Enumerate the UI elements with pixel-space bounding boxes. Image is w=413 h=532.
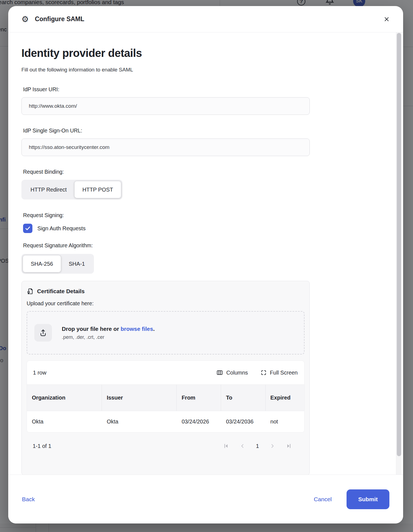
binding-option-http-redirect[interactable]: HTTP Redirect <box>23 181 74 198</box>
idp-issuer-label: IdP Issuer URI: <box>23 86 310 93</box>
table-toolbar: 1 row Columns Full Screen <box>27 361 304 384</box>
column-header-issuer[interactable]: Issuer <box>102 385 177 411</box>
close-icon[interactable] <box>383 15 390 23</box>
fullscreen-icon <box>261 370 267 376</box>
screen: earch companies, scorecards, portfolios … <box>0 0 413 532</box>
scrollbar-track[interactable] <box>396 32 401 475</box>
upload-certificate-label: Upload your certificate here: <box>27 300 305 307</box>
columns-icon <box>216 369 223 376</box>
column-header-to[interactable]: To <box>221 385 266 411</box>
certificate-details-header: Certificate Details <box>27 287 305 295</box>
dropzone-text: Drop your file here or browse files. .pe… <box>62 326 155 340</box>
current-page-number: 1 <box>256 443 259 449</box>
modal-footer: Back Cancel Submit <box>8 475 403 523</box>
cancel-link[interactable]: Cancel <box>314 496 332 503</box>
table-header-row: Organization Issuer From To Expired <box>27 384 304 411</box>
binding-option-http-post[interactable]: HTTP POST <box>74 181 121 198</box>
first-page-icon[interactable] <box>223 443 229 449</box>
certificate-details-section: Certificate Details Upload your certific… <box>21 281 310 475</box>
column-header-organization[interactable]: Organization <box>27 385 102 411</box>
configure-saml-modal: ⚙ Configure SAML Identity provider detai… <box>8 6 403 523</box>
submit-button[interactable]: Submit <box>347 489 389 509</box>
idp-issuer-input[interactable]: http://www.okta.com/ <box>21 97 310 115</box>
request-binding-toggle: HTTP Redirect HTTP POST <box>21 180 122 199</box>
cell-organization: Okta <box>27 411 102 432</box>
certificate-details-title: Certificate Details <box>37 288 85 295</box>
next-page-icon[interactable] <box>269 443 275 449</box>
sign-auth-checkbox[interactable] <box>23 224 32 233</box>
modal-body: Identity provider details Fill out the f… <box>8 32 403 475</box>
pagination-range: 1-1 of 1 <box>33 443 51 449</box>
modal-header: ⚙ Configure SAML <box>8 6 403 32</box>
idp-sso-input[interactable]: https://sso.aton-securitycenter.com <box>21 138 310 156</box>
dropzone-prefix: Drop your file here or <box>62 326 121 332</box>
row-count: 1 row <box>33 370 46 376</box>
table-row[interactable]: Okta Okta 03/24/2026 03/24/2036 not <box>27 411 304 432</box>
browse-files-link[interactable]: browse files <box>121 326 153 332</box>
gear-icon: ⚙ <box>21 15 29 23</box>
columns-button[interactable]: Columns <box>216 369 248 376</box>
dropzone-suffix: . <box>153 326 155 332</box>
accepted-file-types: .pem, .der, .crt, .cer <box>62 334 155 340</box>
certificate-dropzone[interactable]: Drop your file here or browse files. .pe… <box>27 311 305 354</box>
certificate-icon <box>27 288 34 295</box>
table-pagination: 1-1 of 1 1 <box>27 436 305 456</box>
idp-sso-label: IdP Single Sign-On URL: <box>23 127 310 134</box>
cell-to: 03/24/2036 <box>221 411 266 432</box>
modal-title: Configure SAML <box>35 15 84 23</box>
back-link[interactable]: Back <box>22 496 35 503</box>
fullscreen-button[interactable]: Full Screen <box>261 370 298 376</box>
page-subtitle: Fill out the following information to en… <box>21 66 310 73</box>
scrollbar-thumb[interactable] <box>397 33 401 456</box>
cell-from: 03/24/2026 <box>177 411 221 432</box>
algorithm-option-sha256[interactable]: SHA-256 <box>23 255 61 272</box>
certificate-table-card: 1 row Columns Full Screen <box>27 361 305 433</box>
signature-algorithm-label: Request Signature Algorithm: <box>23 242 310 249</box>
sign-auth-requests-row: Sign Auth Requests <box>23 223 310 234</box>
page-title: Identity provider details <box>21 47 310 59</box>
cell-expired: not <box>266 411 304 432</box>
request-binding-label: Request Binding: <box>23 168 310 175</box>
upload-icon <box>34 324 52 342</box>
column-header-from[interactable]: From <box>177 385 221 411</box>
last-page-icon[interactable] <box>286 443 292 449</box>
algorithm-option-sha1[interactable]: SHA-1 <box>61 255 93 272</box>
sign-auth-checkbox-label: Sign Auth Requests <box>37 225 86 232</box>
request-signing-label: Request Signing: <box>23 212 310 219</box>
cell-issuer: Okta <box>102 411 177 432</box>
column-header-expired[interactable]: Expired <box>266 385 304 411</box>
previous-page-icon[interactable] <box>239 443 245 449</box>
signature-algorithm-toggle: SHA-256 SHA-1 <box>21 254 94 274</box>
